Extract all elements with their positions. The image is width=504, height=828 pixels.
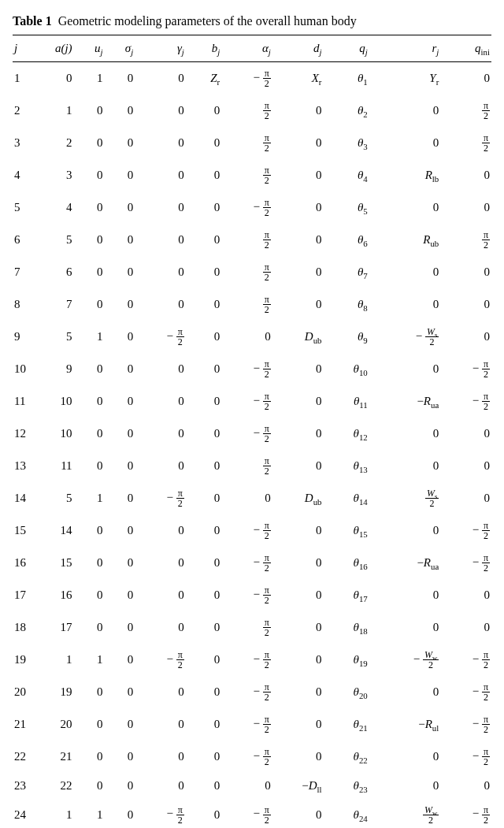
col-header-qini: qini	[440, 35, 491, 62]
table-body: 10100Zr− π2Xrθ1Yr0210000π20θ20π2320000π2…	[13, 62, 491, 829]
cell-dj: 0	[272, 353, 324, 385]
cell-dj: 0	[272, 514, 324, 547]
cell-alpj: 0	[221, 773, 272, 799]
cell-bj: 0	[186, 95, 221, 127]
cell-sigj: 0	[104, 676, 135, 708]
cell-bj: 0	[186, 676, 221, 708]
table-row: 430000π20θ4Rlb0	[13, 159, 491, 191]
cell-sigj: 0	[104, 741, 135, 773]
cell-alpj: π2	[221, 256, 272, 288]
cell-rj: Ws2	[369, 482, 441, 514]
cell-bj: 0	[186, 159, 221, 191]
cell-rj: 0	[369, 288, 441, 321]
cell-dj: 0	[272, 450, 324, 482]
cell-dj: −Dll	[272, 773, 324, 799]
cell-bj: 0	[186, 191, 221, 224]
table-row: 210000π20θ20π2	[13, 95, 491, 127]
cell-dj: Xr	[272, 62, 324, 95]
cell-qj: θ18	[323, 611, 369, 644]
cell-qini: π2	[440, 224, 491, 256]
cell-alpj: − π2	[221, 579, 272, 611]
col-header-gamj: γj	[135, 35, 186, 62]
cell-bj: 0	[186, 482, 221, 514]
cell-aj: 16	[38, 579, 73, 611]
table-title: Geometric modeling parameters of the ove…	[58, 14, 357, 28]
cell-qj: θ22	[323, 741, 369, 773]
cell-dj: 0	[272, 644, 324, 676]
cell-j: 2	[13, 95, 38, 127]
cell-sigj: 0	[104, 127, 135, 159]
col-header-alpj: αj	[221, 35, 272, 62]
cell-bj: 0	[186, 741, 221, 773]
cell-qini: 0	[440, 579, 491, 611]
cell-sigj: 0	[104, 773, 135, 799]
cell-qini: 0	[440, 450, 491, 482]
table-row: 1090000− π20θ100− π2	[13, 353, 491, 385]
cell-qj: θ7	[323, 256, 369, 288]
cell-gamj: 0	[135, 514, 186, 547]
cell-qj: θ14	[323, 482, 369, 514]
cell-dj: 0	[272, 676, 324, 708]
cell-aj: 5	[38, 321, 73, 353]
cell-aj: 6	[38, 256, 73, 288]
cell-alpj: π2	[221, 450, 272, 482]
table-row: 760000π20θ700	[13, 256, 491, 288]
cell-qj: θ1	[323, 62, 369, 95]
cell-dj: 0	[272, 191, 324, 224]
cell-gamj: 0	[135, 708, 186, 741]
cell-qini: 0	[440, 611, 491, 644]
cell-qj: θ21	[323, 708, 369, 741]
cell-qini: 0	[440, 321, 491, 353]
cell-alpj: π2	[221, 159, 272, 191]
cell-aj: 10	[38, 385, 73, 418]
cell-qini: − π2	[440, 547, 491, 579]
cell-qini: 0	[440, 191, 491, 224]
cell-sigj: 0	[104, 418, 135, 450]
col-header-bj: bj	[186, 35, 221, 62]
cell-aj: 17	[38, 611, 73, 644]
table-caption: Table 1 Geometric modeling parameters of…	[13, 14, 491, 28]
table-row: 232200000−Dllθ2300	[13, 773, 491, 799]
cell-bj: 0	[186, 256, 221, 288]
cell-rj: −Rua	[369, 385, 441, 418]
cell-gamj: − π2	[135, 321, 186, 353]
cell-alpj: − π2	[221, 741, 272, 773]
cell-bj: 0	[186, 547, 221, 579]
cell-aj: 3	[38, 159, 73, 191]
cell-uj: 0	[74, 95, 105, 127]
cell-j: 21	[13, 708, 38, 741]
cell-gamj: − π2	[135, 644, 186, 676]
cell-qini: 0	[440, 482, 491, 514]
cell-qj: θ16	[323, 547, 369, 579]
cell-j: 14	[13, 482, 38, 514]
table-row: 21200000− π20θ21−Rul− π2	[13, 708, 491, 741]
cell-aj: 2	[38, 127, 73, 159]
cell-alpj: π2	[221, 95, 272, 127]
cell-uj: 0	[74, 450, 105, 482]
cell-sigj: 0	[104, 288, 135, 321]
cell-qj: θ9	[323, 321, 369, 353]
cell-gamj: 0	[135, 773, 186, 799]
cell-qj: θ11	[323, 385, 369, 418]
cell-qj: θ15	[323, 514, 369, 547]
cell-j: 17	[13, 579, 38, 611]
table-row: 12100000− π20θ1200	[13, 418, 491, 450]
cell-sigj: 0	[104, 95, 135, 127]
cell-qini: π2	[440, 127, 491, 159]
cell-aj: 1	[38, 644, 73, 676]
parameters-table: j a(j) uj σj γj bj αj dj qj rj qini 1010…	[13, 35, 491, 828]
cell-qini: 0	[440, 62, 491, 95]
cell-j: 15	[13, 514, 38, 547]
cell-rj: Rlb	[369, 159, 441, 191]
cell-j: 4	[13, 159, 38, 191]
cell-uj: 0	[74, 514, 105, 547]
cell-bj: 0	[186, 288, 221, 321]
cell-j: 5	[13, 191, 38, 224]
cell-rj: 0	[369, 514, 441, 547]
cell-uj: 0	[74, 676, 105, 708]
cell-sigj: 0	[104, 321, 135, 353]
cell-bj: 0	[186, 773, 221, 799]
table-row: 11100000− π20θ11−Rua− π2	[13, 385, 491, 418]
cell-qj: θ19	[323, 644, 369, 676]
col-header-uj: uj	[74, 35, 105, 62]
